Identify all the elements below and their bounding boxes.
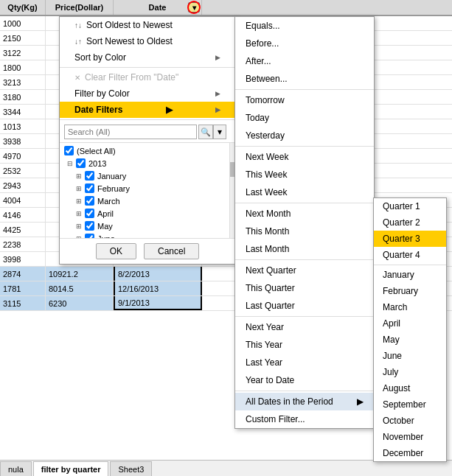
yesterday-item[interactable]: Yesterday (235, 127, 374, 144)
march-period-item[interactable]: March (374, 299, 446, 315)
next-week-item[interactable]: Next Week (235, 148, 374, 166)
sort-newest-item[interactable]: ↓↑ Sort Newest to Oldest (60, 33, 235, 49)
expand-jun-icon[interactable]: ⊞ (74, 234, 83, 239)
select-all-checkbox[interactable] (64, 146, 74, 155)
before-item[interactable]: Before... (235, 35, 374, 52)
quarter-3-item[interactable]: Quarter 3 (374, 231, 446, 247)
all-dates-period-label: All Dates in the Period (246, 396, 333, 407)
quarter-4-item[interactable]: Quarter 4 (374, 247, 446, 263)
expand-apr-icon[interactable]: ⊞ (74, 209, 83, 218)
before-label: Before... (246, 38, 279, 49)
sep-period-label: September (383, 399, 426, 410)
april-item[interactable]: ⊞ April (60, 207, 235, 220)
sheet-tab-nula[interactable]: nula (0, 461, 32, 476)
this-year-label: This Year (246, 340, 282, 350)
quarter-separator (374, 265, 446, 265)
year-2013-checkbox[interactable] (76, 158, 86, 168)
this-week-item[interactable]: This Week (235, 166, 374, 183)
this-year-item[interactable]: This Year (235, 336, 374, 354)
today-item[interactable]: Today (235, 109, 374, 127)
july-period-item[interactable]: July (374, 364, 446, 380)
june-checkbox[interactable] (85, 234, 94, 239)
cancel-button[interactable]: Cancel (144, 243, 199, 259)
expand-may-icon[interactable]: ⊞ (74, 222, 83, 231)
october-period-item[interactable]: October (374, 413, 446, 429)
february-checkbox[interactable] (85, 183, 94, 193)
ok-button[interactable]: OK (96, 243, 136, 259)
next-year-item[interactable]: Next Year (235, 318, 374, 336)
november-period-item[interactable]: November (374, 429, 446, 445)
quarter-2-item[interactable]: Quarter 2 (374, 214, 446, 231)
last-week-label: Last Week (246, 187, 287, 197)
jul-period-label: July (383, 367, 398, 377)
expand-jan-icon[interactable]: ⊞ (74, 172, 83, 181)
december-period-item[interactable]: December (374, 445, 446, 461)
sort-desc-icon: ↓↑ (74, 38, 82, 46)
quarter-1-label: Quarter 1 (383, 201, 420, 211)
clear-filter-item[interactable]: ✕ Clear Filter From "Date" (60, 69, 235, 85)
february-item[interactable]: ⊞ February (60, 182, 235, 195)
equals-item[interactable]: Equals... (235, 17, 374, 35)
this-quarter-item[interactable]: This Quarter (235, 279, 374, 297)
filter-dropdown: ↑↓ Sort Oldest to Newest ↓↑ Sort Newest … (59, 16, 236, 265)
next-quarter-item[interactable]: Next Quarter (235, 262, 374, 279)
sort-oldest-item[interactable]: ↑↓ Sort Oldest to Newest (60, 17, 235, 33)
march-label: March (97, 197, 120, 206)
march-checkbox[interactable] (85, 196, 94, 206)
jun-period-label: June (383, 351, 402, 361)
this-month-item[interactable]: This Month (235, 223, 374, 240)
expand-feb-icon[interactable]: ⊞ (74, 184, 83, 193)
sort-color-label: Sort by Color (74, 52, 126, 63)
last-month-item[interactable]: Last Month (235, 240, 374, 258)
last-month-label: Last Month (246, 244, 289, 254)
may-item[interactable]: ⊞ May (60, 220, 235, 232)
date-filters-item[interactable]: Date Filters ▶ (60, 102, 235, 118)
search-dropdown-button[interactable]: ▾ (213, 125, 226, 139)
aug-period-label: August (383, 383, 410, 393)
sheet-sheet3-label: Sheet3 (118, 465, 144, 474)
search-container: 🔍 ▾ (60, 122, 235, 143)
next-month-item[interactable]: Next Month (235, 205, 374, 223)
all-dates-period-item[interactable]: All Dates in the Period ▶ (235, 393, 374, 410)
sheet-tab-sheet3[interactable]: Sheet3 (110, 461, 152, 476)
january-item[interactable]: ⊞ January (60, 169, 235, 182)
may-checkbox[interactable] (85, 221, 94, 231)
next-week-label: Next Week (246, 152, 288, 162)
spreadsheet: Qty(Kg) Price(Dollar) Date ▾ 1000 2150 3… (0, 0, 452, 476)
last-quarter-item[interactable]: Last Quarter (235, 297, 374, 315)
filter-color-item[interactable]: Filter by Color (60, 85, 235, 102)
quarter-1-item[interactable]: Quarter 1 (374, 198, 446, 214)
april-period-item[interactable]: April (374, 315, 446, 332)
last-year-item[interactable]: Last Year (235, 354, 374, 371)
col-price: Price(Dollar) (46, 0, 114, 15)
september-period-item[interactable]: September (374, 396, 446, 413)
year-2013-item[interactable]: ⊟ 2013 (60, 157, 235, 169)
august-period-item[interactable]: August (374, 380, 446, 396)
may-period-item[interactable]: May (374, 332, 446, 348)
after-item[interactable]: After... (235, 52, 374, 70)
between-item[interactable]: Between... (235, 70, 374, 88)
june-item[interactable]: ⊞ June (60, 232, 235, 239)
january-checkbox[interactable] (85, 171, 94, 181)
expand-mar-icon[interactable]: ⊞ (74, 197, 83, 206)
quarter-submenu: Quarter 1 Quarter 2 Quarter 3 Quarter 4 … (373, 197, 447, 462)
february-period-item[interactable]: February (374, 283, 446, 299)
january-period-item[interactable]: January (374, 267, 446, 283)
search-input[interactable] (64, 125, 197, 139)
june-period-item[interactable]: June (374, 348, 446, 364)
last-week-item[interactable]: Last Week (235, 183, 374, 201)
search-button[interactable]: 🔍 (198, 125, 213, 139)
april-checkbox[interactable] (85, 209, 94, 218)
tomorrow-item[interactable]: Tomorrow (235, 91, 374, 109)
sheet-tabs-bar: nula filter by quarter Sheet3 (0, 460, 452, 476)
next-month-label: Next Month (246, 209, 291, 219)
custom-filter-item[interactable]: Custom Filter... (235, 410, 374, 428)
year-to-date-item[interactable]: Year to Date (235, 371, 374, 389)
sheet-tab-filter[interactable]: filter by quarter (33, 461, 109, 476)
expand-2013-icon[interactable]: ⊟ (66, 159, 74, 168)
submenu-sep-5 (235, 316, 374, 317)
select-all-item[interactable]: (Select All) (60, 144, 235, 157)
sort-color-item[interactable]: Sort by Color (60, 49, 235, 66)
march-item[interactable]: ⊞ March (60, 195, 235, 207)
submenu-sep-1 (235, 89, 374, 90)
